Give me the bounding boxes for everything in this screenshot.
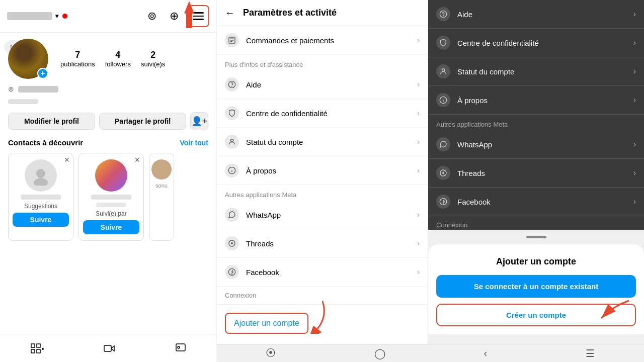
add-account-section: Ajouter un compte — [217, 304, 428, 342]
follow-button-2[interactable]: Suivre — [83, 220, 139, 234]
contacts-title: Contacts à découvrir — [8, 138, 83, 147]
back-arrow-icon[interactable]: ← — [225, 7, 235, 19]
menu-apropos[interactable]: À propos › — [217, 156, 428, 185]
facebook-chevron-icon: › — [417, 267, 420, 277]
suivi-label: suivi(e)s — [141, 60, 165, 68]
statut-icon — [225, 135, 239, 149]
right-settings-top: Aide › Centre de confidentialité › Statu… — [428, 0, 644, 230]
voir-tout-link[interactable]: Voir tout — [180, 139, 208, 147]
username-placeholder — [18, 86, 58, 93]
svg-point-18 — [230, 139, 233, 142]
section-plus-infos: Plus d'infos et d'assistance — [217, 55, 428, 70]
menu-confidentialite[interactable]: Centre de confidentialité › — [217, 99, 428, 128]
follow-button-1[interactable]: Suivre — [13, 213, 69, 227]
facebook-icon — [225, 265, 239, 279]
bottom-nav — [0, 334, 216, 362]
section-autres-apps: Autres applications Meta — [217, 185, 428, 201]
right-menu-facebook[interactable]: Facebook › — [428, 188, 644, 216]
nav-grid-button[interactable] — [26, 338, 48, 358]
android-recent-apps-button[interactable]: ⦿ — [266, 347, 276, 359]
profile-section: + 7 publications 4 followers 2 suivi(e)s — [0, 33, 216, 85]
svg-rect-7 — [37, 349, 40, 353]
aide-icon — [225, 77, 239, 92]
statut-label: Statut du compte — [246, 138, 410, 146]
right-whatsapp-label: WhatsApp — [457, 140, 626, 149]
contact-sub-ph-2 — [96, 203, 126, 207]
contacts-row: ✕ Suggestions Suivre ✕ Suivi(e) par Suiv… — [0, 149, 216, 245]
settings-header: ← Paramètres et activité — [217, 0, 428, 26]
svg-point-22 — [231, 242, 233, 244]
add-person-button[interactable]: 👤+ — [190, 112, 208, 130]
apropos-chevron-icon: › — [417, 166, 420, 175]
contact-card-1: ✕ Suggestions Suivre — [8, 153, 73, 241]
android-extra-button[interactable]: ☰ — [586, 347, 595, 359]
right-menu-whatsapp[interactable]: WhatsApp › — [428, 130, 644, 159]
add-post-button[interactable]: ⊕ — [165, 7, 183, 25]
hamburger-line-2 — [193, 16, 204, 17]
android-nav-bar: ⦿ ◯ ‹ ☰ — [216, 344, 644, 362]
android-back-button[interactable]: ‹ — [484, 347, 488, 359]
right-menu-apropos[interactable]: À propos › — [428, 86, 644, 115]
create-account-button[interactable]: Créer un compte — [436, 304, 636, 326]
right-apropos-icon — [436, 93, 450, 107]
whatsapp-chevron-icon: › — [417, 210, 420, 219]
close-card-2-button[interactable]: ✕ — [134, 156, 140, 163]
right-threads-icon — [436, 166, 450, 180]
android-home-button[interactable]: ◯ — [374, 347, 385, 359]
modifier-profil-button[interactable]: Modifier le profil — [8, 113, 95, 130]
threads-logo-icon: ⊚ — [147, 10, 156, 23]
stat-suivi: 2 suivi(e)s — [141, 50, 165, 68]
menu-commandes[interactable]: Commandes et paiements › — [217, 26, 428, 55]
svg-rect-8 — [104, 345, 111, 351]
top-bar: ▾ ⊚ ⊕ — [0, 0, 216, 33]
publications-count: 7 — [60, 50, 95, 60]
right-menu-aide[interactable]: Aide › — [428, 0, 644, 29]
username-button[interactable]: ▾ — [7, 12, 58, 20]
confidentialite-chevron-icon: › — [417, 109, 420, 118]
plus-square-icon: ⊕ — [170, 10, 179, 23]
chevron-down-icon: ▾ — [55, 13, 58, 20]
confidentialite-label: Centre de confidentialité — [246, 109, 410, 118]
middle-panel: ← Paramètres et activité Commandes et pa… — [216, 0, 428, 362]
right-statut-chevron: › — [633, 67, 636, 76]
stat-followers: 4 followers — [105, 50, 131, 68]
confidentialite-icon — [225, 106, 239, 120]
connect-existing-button[interactable]: Se connecter à un compte existant — [436, 275, 636, 298]
partager-profil-button[interactable]: Partager le profil — [99, 113, 186, 130]
menu-threads[interactable]: Threads › — [217, 229, 428, 258]
left-panel: ▾ ⊚ ⊕ Note... + — [0, 0, 216, 362]
stat-publications: 7 publications — [60, 50, 95, 68]
menu-aide[interactable]: Aide › — [217, 70, 428, 99]
menu-statut[interactable]: Statut du compte › — [217, 128, 428, 156]
svg-point-11 — [178, 346, 180, 348]
right-connexion-label: Connexion — [428, 216, 644, 230]
svg-point-27 — [442, 69, 444, 71]
svg-rect-4 — [31, 344, 35, 347]
aide-chevron-icon: › — [417, 80, 420, 89]
nav-video-button[interactable] — [99, 338, 119, 358]
right-threads-label: Threads — [457, 169, 626, 177]
buttons-row: Modifier le profil Partager le profil 👤+ — [0, 108, 216, 134]
right-menu-statut[interactable]: Statut du compte › — [428, 57, 644, 86]
contact-partial-label: sonu — [155, 183, 168, 189]
menu-facebook[interactable]: Facebook › — [217, 258, 428, 287]
close-card-1-button[interactable]: ✕ — [64, 156, 70, 163]
ajouter-compte-link[interactable]: Ajouter un compte — [225, 313, 308, 334]
right-threads-chevron: › — [633, 168, 636, 177]
followers-label: followers — [105, 60, 131, 68]
svg-point-3 — [34, 178, 48, 186]
threads-small-icon: ⊚ — [8, 85, 14, 93]
contact-suivi-label: Suivi(e) par — [96, 210, 126, 217]
publications-label: publications — [60, 60, 95, 68]
threads-menu-icon — [225, 236, 239, 250]
contact-avatar-1 — [25, 159, 57, 192]
right-menu-confidentialite[interactable]: Centre de confidentialité › — [428, 29, 644, 57]
menu-whatsapp[interactable]: WhatsApp › — [217, 201, 428, 229]
right-menu-threads[interactable]: Threads › — [428, 159, 644, 188]
add-account-modal: Ajouter un compte Se connecter à un comp… — [428, 244, 644, 334]
add-avatar-button[interactable]: + — [37, 68, 48, 79]
nav-person-button[interactable] — [171, 338, 191, 358]
threads-icon-button[interactable]: ⊚ — [143, 7, 161, 25]
hamburger-menu-button[interactable] — [187, 5, 209, 27]
svg-point-31 — [442, 172, 444, 174]
